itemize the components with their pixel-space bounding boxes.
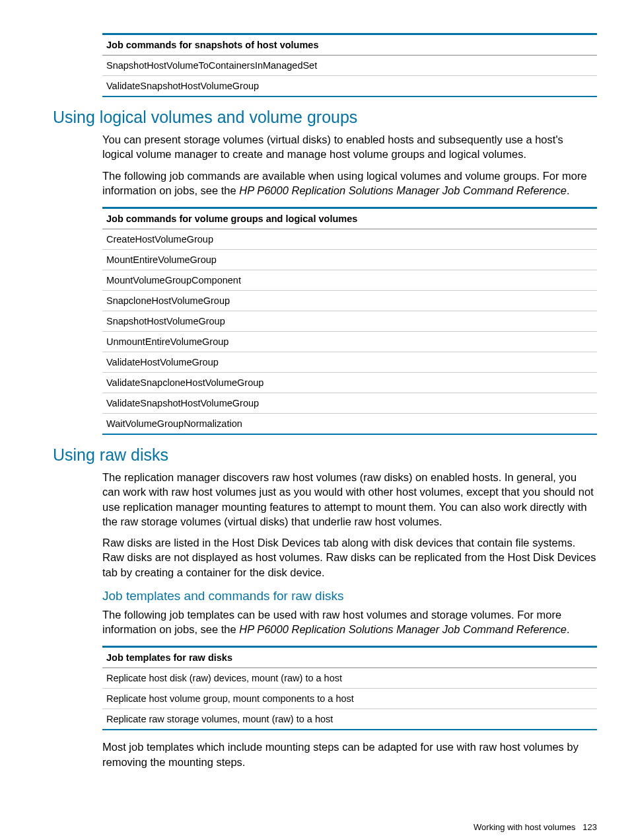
table-row: SnapshotHostVolumeToContainersInManagedS… <box>102 56 597 76</box>
snapshot-table-body: SnapshotHostVolumeToContainersInManagedS… <box>102 56 597 97</box>
table-row: Replicate host volume group, mount compo… <box>102 689 597 709</box>
snapshot-table-container: Job commands for snapshots of host volum… <box>102 33 597 97</box>
snapshot-table-header: Job commands for snapshots of host volum… <box>102 34 597 56</box>
volgroup-table-header: Job commands for volume groups and logic… <box>102 208 597 229</box>
footer-page-number: 123 <box>582 822 597 832</box>
heading-raw-disks: Using raw disks <box>53 445 597 465</box>
snapshot-commands-table: Job commands for snapshots of host volum… <box>102 33 597 97</box>
table-row: UnmountEntireVolumeGroup <box>102 332 597 352</box>
logical-para2: The following job commands are available… <box>102 169 597 198</box>
volgroup-commands-table: Job commands for volume groups and logic… <box>102 207 597 435</box>
raw-para3-b: . <box>567 623 570 635</box>
table-row: ValidateSnapshotHostVolumeGroup <box>102 393 597 414</box>
table-row: Replicate host disk (raw) devices, mount… <box>102 668 597 689</box>
heading-raw-templates: Job templates and commands for raw disks <box>102 589 597 603</box>
raw-templates-header: Job templates for raw disks <box>102 647 597 668</box>
footer-text: Working with host volumes <box>473 822 575 832</box>
heading-logical-volumes: Using logical volumes and volume groups <box>53 108 597 127</box>
raw-templates-table: Job templates for raw disks Replicate ho… <box>102 646 597 730</box>
raw-templates-body: Replicate host disk (raw) devices, mount… <box>102 668 597 730</box>
table-row: Replicate raw storage volumes, mount (ra… <box>102 709 597 730</box>
logical-para2-b: . <box>567 184 570 196</box>
closing-para: Most job templates which include mountin… <box>102 740 597 769</box>
table-row: SnapshotHostVolumeGroup <box>102 311 597 332</box>
logical-section-body: You can present storage volumes (virtual… <box>102 132 597 435</box>
raw-para3: The following job templates can be used … <box>102 607 597 637</box>
table-row: MountEntireVolumeGroup <box>102 250 597 270</box>
page-container: Job commands for snapshots of host volum… <box>0 0 630 840</box>
raw-section-body: The replication manager discovers raw ho… <box>102 470 597 769</box>
raw-para1: The replication manager discovers raw ho… <box>102 470 597 529</box>
logical-para1: You can present storage volumes (virtual… <box>102 132 597 162</box>
table-row: CreateHostVolumeGroup <box>102 229 597 250</box>
page-footer: Working with host volumes 123 <box>53 822 597 832</box>
volgroup-table-body: CreateHostVolumeGroupMountEntireVolumeGr… <box>102 229 597 435</box>
logical-para2-ref: HP P6000 Replication Solutions Manager J… <box>239 184 567 196</box>
table-row: ValidateHostVolumeGroup <box>102 352 597 373</box>
table-row: WaitVolumeGroupNormalization <box>102 414 597 435</box>
raw-para2: Raw disks are listed in the Host Disk De… <box>102 535 597 580</box>
table-row: MountVolumeGroupComponent <box>102 270 597 291</box>
table-row: ValidateSnapshotHostVolumeGroup <box>102 76 597 97</box>
raw-para3-ref: HP P6000 Replication Solutions Manager J… <box>239 623 567 635</box>
table-row: SnapcloneHostVolumeGroup <box>102 291 597 311</box>
table-row: ValidateSnapcloneHostVolumeGroup <box>102 373 597 393</box>
